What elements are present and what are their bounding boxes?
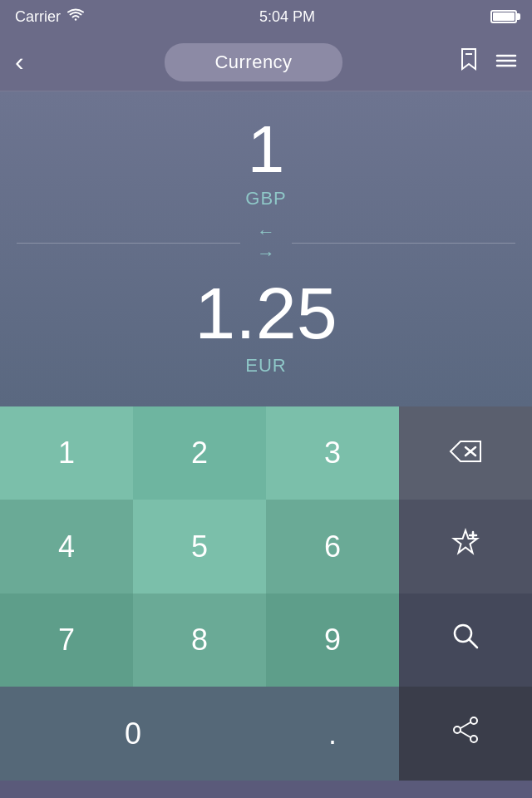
share-button[interactable] (399, 687, 532, 781)
nav-bar: ‹ Currency (0, 33, 532, 91)
back-chevron-icon: ‹ (15, 47, 24, 77)
star-plus-icon (451, 528, 480, 565)
menu-icon[interactable] (495, 51, 517, 74)
key-3[interactable]: 3 (266, 406, 399, 500)
svg-line-9 (469, 639, 477, 648)
from-currency: GBP (245, 188, 286, 209)
status-battery (490, 10, 517, 23)
svg-line-14 (461, 732, 470, 737)
status-time: 5:04 PM (259, 8, 315, 26)
to-value: 1.25 (195, 277, 337, 350)
svg-point-12 (470, 736, 477, 742)
back-button[interactable]: ‹ (15, 47, 48, 77)
nav-title: Currency (165, 43, 342, 81)
svg-point-11 (454, 727, 461, 733)
share-icon (452, 716, 479, 751)
key-5[interactable]: 5 (133, 500, 266, 594)
key-1[interactable]: 1 (0, 406, 133, 500)
status-carrier-wifi: Carrier (15, 8, 84, 26)
arrow-left-icon: ← (257, 221, 275, 243)
search-button[interactable] (399, 594, 532, 687)
favorite-button[interactable] (399, 500, 532, 594)
to-currency: EUR (245, 355, 286, 377)
svg-line-13 (461, 722, 470, 728)
key-0[interactable]: 0 (0, 687, 266, 781)
swap-arrows[interactable]: ← → (257, 221, 275, 265)
svg-point-10 (470, 717, 477, 724)
delete-button[interactable] (399, 406, 532, 500)
from-value: 1 (248, 116, 285, 183)
separator-line-right (292, 243, 515, 244)
key-9[interactable]: 9 (266, 594, 399, 687)
separator-row: ← → (0, 221, 532, 265)
carrier-label: Carrier (15, 8, 61, 26)
key-8[interactable]: 8 (133, 594, 266, 687)
arrow-right-icon: → (257, 243, 275, 264)
battery-icon (490, 10, 517, 23)
status-bar: Carrier 5:04 PM (0, 0, 532, 33)
nav-actions (459, 47, 517, 76)
conversion-display: 1 GBP ← → 1.25 EUR (0, 91, 532, 406)
key-2[interactable]: 2 (133, 406, 266, 500)
separator-line-left (17, 243, 240, 244)
key-dot[interactable]: . (266, 687, 399, 781)
keypad: 1 2 3 4 5 6 7 8 9 (0, 406, 532, 781)
search-icon (452, 623, 479, 658)
key-6[interactable]: 6 (266, 500, 399, 594)
wifi-icon (67, 8, 84, 26)
key-4[interactable]: 4 (0, 500, 133, 594)
bookmark-icon[interactable] (459, 47, 479, 76)
delete-icon (449, 436, 482, 470)
key-7[interactable]: 7 (0, 594, 133, 687)
